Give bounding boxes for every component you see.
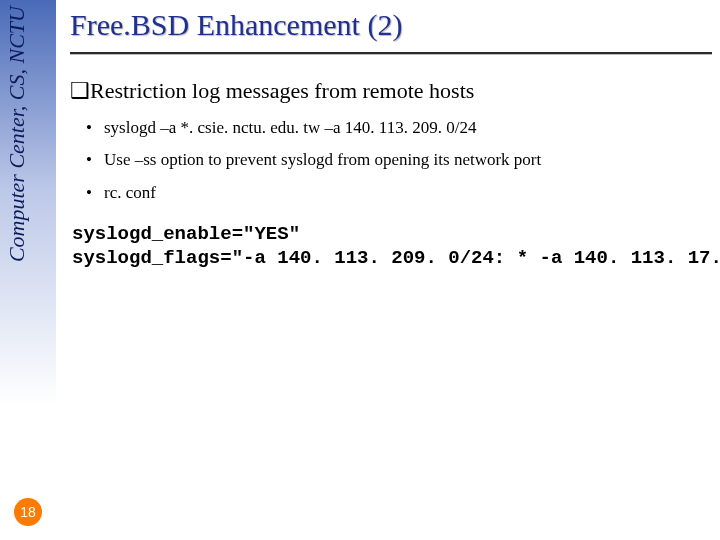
code-line: syslogd_flags="-a 140. 113. 209. 0/24: *… <box>72 247 720 269</box>
section-heading: ❑Restriction log messages from remote ho… <box>70 78 712 104</box>
slide-title: Free.BSD Enhancement (2) <box>70 8 712 52</box>
sidebar-gradient: Computer Center, CS, NCTU <box>0 0 56 540</box>
sidebar-org-text: Computer Center, CS, NCTU <box>4 6 30 262</box>
code-block: syslogd_enable="YES" syslogd_flags="-a 1… <box>72 223 712 271</box>
code-line: syslogd_enable="YES" <box>72 223 300 245</box>
section-heading-text: Restriction log messages from remote hos… <box>90 78 474 103</box>
slide-content: Free.BSD Enhancement (2) ❑Restriction lo… <box>70 0 712 270</box>
list-item: Use –ss option to prevent syslogd from o… <box>104 144 712 176</box>
page-number-badge: 18 <box>14 498 42 526</box>
list-item: syslogd –a *. csie. nctu. edu. tw –a 140… <box>104 112 712 144</box>
bullet-list: syslogd –a *. csie. nctu. edu. tw –a 140… <box>70 112 712 209</box>
list-item: rc. conf <box>104 177 712 209</box>
bullet-square-icon: ❑ <box>70 78 84 104</box>
title-divider <box>70 52 712 54</box>
